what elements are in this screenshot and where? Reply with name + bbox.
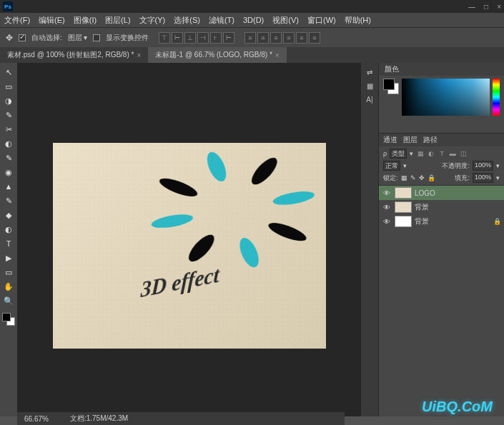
brush-tool[interactable]: ◉: [1, 166, 16, 179]
lock-trans-icon[interactable]: ▦: [401, 174, 407, 181]
history-brush-tool[interactable]: ✎: [1, 194, 16, 207]
hue-slider[interactable]: [493, 79, 500, 116]
show-transform-checkbox[interactable]: [93, 34, 100, 41]
align-right-icon[interactable]: ⊢: [223, 32, 234, 44]
close-icon[interactable]: ×: [137, 51, 141, 59]
align-left-icon[interactable]: ⊣: [197, 32, 209, 44]
filter-shape-icon[interactable]: ▬: [448, 149, 457, 158]
layer-row[interactable]: 👁 背景: [379, 200, 504, 214]
dist-2-icon[interactable]: ≡: [257, 32, 269, 44]
opacity-label: 不透明度:: [442, 161, 470, 171]
tab-label: 未标题-1 @ 66.7% (LOGO, RGB/8) *: [155, 50, 272, 60]
dist-4-icon[interactable]: ≡: [283, 32, 295, 44]
lasso-tool[interactable]: ◑: [1, 94, 16, 107]
canvas-area[interactable]: 3D effect: [17, 63, 361, 416]
lock-all-icon[interactable]: 🔒: [428, 174, 435, 181]
tab-document-1[interactable]: 素材.psd @ 100% (折射贴图2, RGB/8) * ×: [0, 47, 148, 63]
tab-layers[interactable]: 图层: [403, 135, 417, 145]
doc-size[interactable]: 文档:1.75M/42.3M: [70, 414, 128, 424]
menu-filter[interactable]: 滤镜(T): [209, 15, 234, 26]
tab-paths[interactable]: 路径: [423, 135, 438, 145]
chevron-down-icon[interactable]: ▾: [403, 162, 407, 169]
close-button[interactable]: ×: [497, 3, 501, 11]
menu-view[interactable]: 视图(V): [272, 15, 299, 26]
auto-select-dropdown[interactable]: 图层 ▾: [68, 33, 87, 43]
zoom-tool[interactable]: 🔍: [1, 294, 16, 307]
chevron-down-icon[interactable]: ▾: [496, 174, 500, 181]
menu-3d[interactable]: 3D(D): [243, 16, 264, 24]
menu-help[interactable]: 帮助(H): [345, 15, 371, 26]
document-canvas[interactable]: 3D effect: [53, 143, 326, 349]
marquee-tool[interactable]: ▭: [1, 80, 16, 93]
layer-thumb[interactable]: [395, 216, 412, 227]
kind-label: ρ: [383, 150, 387, 157]
filter-adjust-icon[interactable]: ◐: [427, 149, 435, 158]
hand-tool[interactable]: ✋: [1, 280, 16, 293]
layer-name: LOGO: [415, 189, 435, 197]
tab-document-2[interactable]: 未标题-1 @ 66.7% (LOGO, RGB/8) * ×: [148, 47, 286, 63]
layer-thumb[interactable]: [395, 201, 412, 213]
path-tool[interactable]: ▶: [1, 251, 16, 264]
type-tool[interactable]: T: [1, 237, 16, 250]
history-icon[interactable]: ⇄: [367, 69, 372, 76]
close-icon[interactable]: ×: [275, 51, 280, 59]
eraser-tool[interactable]: ◆: [1, 209, 16, 221]
fill-value[interactable]: 100%: [473, 173, 493, 183]
filter-smart-icon[interactable]: ◫: [459, 149, 468, 158]
lock-paint-icon[interactable]: ✎: [410, 174, 416, 181]
visibility-eye-icon[interactable]: 👁: [382, 189, 392, 197]
auto-select-label: 自动选择:: [31, 33, 62, 43]
heal-tool[interactable]: ✎: [1, 151, 16, 164]
color-swatch-mini[interactable]: [383, 79, 399, 94]
gradient-tool[interactable]: ◐: [1, 223, 16, 236]
align-bottom-icon[interactable]: ⊥: [184, 32, 196, 44]
menu-layer[interactable]: 图层(L): [105, 15, 130, 26]
maximize-button[interactable]: □: [484, 3, 488, 11]
color-picker[interactable]: [402, 79, 490, 116]
filter-pixel-icon[interactable]: ▦: [416, 149, 425, 158]
character-icon[interactable]: A|: [366, 96, 372, 104]
layer-row[interactable]: 👁 背景 🔒: [379, 214, 504, 229]
foreground-color[interactable]: [2, 313, 11, 321]
chevron-down-icon[interactable]: ▾: [496, 162, 500, 169]
menu-image[interactable]: 图像(I): [74, 15, 97, 26]
wand-tool[interactable]: ✎: [1, 109, 16, 121]
chevron-down-icon[interactable]: ▾: [410, 150, 413, 157]
visibility-eye-icon[interactable]: 👁: [382, 204, 392, 211]
dist-1-icon[interactable]: ≡: [244, 32, 256, 44]
fg-swatch[interactable]: [383, 79, 395, 90]
blend-mode-dropdown[interactable]: 正常: [383, 161, 400, 171]
visibility-eye-icon[interactable]: 👁: [382, 218, 392, 226]
swatches-icon[interactable]: ▦: [367, 82, 373, 90]
tab-channels[interactable]: 通道: [383, 135, 397, 145]
menu-select[interactable]: 选择(S): [174, 15, 200, 26]
menu-edit[interactable]: 编辑(E): [39, 15, 65, 26]
crop-tool[interactable]: ✂: [1, 123, 16, 136]
layer-name: 背景: [415, 216, 429, 226]
auto-select-checkbox[interactable]: [19, 34, 26, 41]
minimize-button[interactable]: —: [468, 3, 475, 11]
opacity-value[interactable]: 100%: [473, 161, 493, 171]
menu-window[interactable]: 窗口(W): [307, 15, 336, 26]
align-top-icon[interactable]: ⊤: [159, 32, 170, 44]
menu-file[interactable]: 文件(F): [4, 15, 30, 26]
kind-dropdown[interactable]: 类型: [390, 149, 407, 159]
layer-thumb[interactable]: [395, 187, 412, 199]
tab-color[interactable]: 颜色: [385, 64, 399, 74]
stamp-tool[interactable]: ▲: [1, 180, 16, 193]
filter-type-icon[interactable]: T: [438, 149, 446, 158]
dist-5-icon[interactable]: ≡: [296, 32, 307, 44]
zoom-level[interactable]: 66.67%: [24, 415, 49, 423]
dist-6-icon[interactable]: ≡: [309, 32, 320, 44]
app-logo: Ps: [3, 1, 13, 11]
move-tool[interactable]: ↖: [1, 66, 16, 79]
dist-3-icon[interactable]: ≡: [270, 32, 282, 44]
menu-type[interactable]: 文字(Y): [139, 15, 166, 26]
shape-tool[interactable]: ▭: [1, 266, 16, 279]
eyedropper-tool[interactable]: ◐: [1, 137, 16, 150]
lock-move-icon[interactable]: ✥: [419, 174, 425, 181]
layer-row[interactable]: 👁 LOGO: [379, 186, 504, 200]
align-vcenter-icon[interactable]: ⊢: [172, 32, 183, 44]
align-hcenter-icon[interactable]: ⊦: [210, 32, 222, 44]
color-swatch[interactable]: [2, 313, 15, 326]
